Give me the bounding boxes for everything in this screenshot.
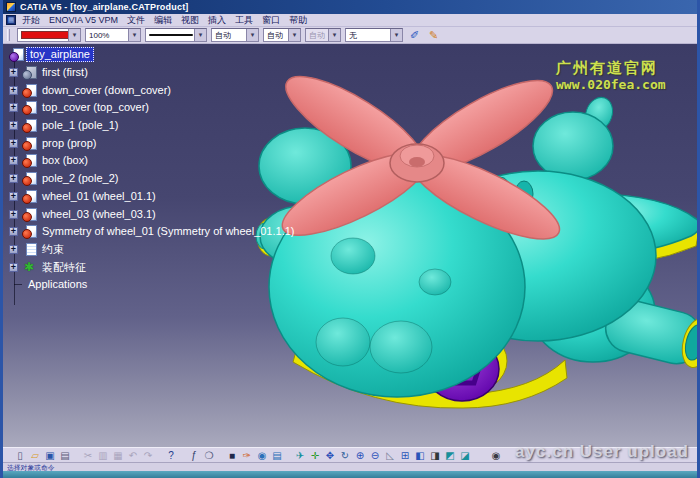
toolbar-separator bbox=[481, 449, 488, 462]
tree-item-wheel_03[interactable]: +wheel_03 (wheel_03.1) bbox=[5, 205, 265, 223]
chevron-down-icon[interactable]: ▾ bbox=[390, 29, 402, 41]
swap-workspace-icon[interactable]: ■ bbox=[225, 449, 239, 462]
fit-all-in-icon[interactable]: ✛ bbox=[308, 449, 322, 462]
model-bump-4 bbox=[419, 269, 451, 295]
expand-plus-icon[interactable]: + bbox=[9, 192, 18, 201]
tree-item-first[interactable]: +first (first) bbox=[5, 64, 265, 82]
menu-item-1[interactable]: ENOVIA V5 VPM bbox=[49, 15, 118, 25]
part-icon bbox=[22, 208, 36, 221]
line-type-combo[interactable]: ▾ bbox=[145, 28, 207, 42]
tree-item-pole_1[interactable]: +pole_1 (pole_1) bbox=[5, 117, 265, 135]
tree-item-top_cover[interactable]: +top_cover (top_cover) bbox=[5, 99, 265, 117]
chevron-down-icon[interactable]: ▾ bbox=[128, 29, 140, 41]
toolbar-separator bbox=[285, 449, 292, 462]
print-icon[interactable]: ▤ bbox=[58, 449, 72, 462]
menu-item-7[interactable]: 窗口 bbox=[262, 14, 280, 27]
tree-item-约束[interactable]: +约束 bbox=[5, 241, 265, 259]
publish-web-icon[interactable]: ◉ bbox=[255, 449, 269, 462]
swap-visible-space-icon[interactable]: ◩ bbox=[443, 449, 457, 462]
tree-item-label: 装配特征 bbox=[39, 261, 89, 274]
document-window-icon[interactable]: ▦ bbox=[6, 15, 16, 25]
title-bar[interactable]: CATIA V5 - [toy_airplane.CATProduct] bbox=[3, 0, 697, 14]
chevron-down-icon[interactable]: ▾ bbox=[68, 29, 80, 41]
tree-tick bbox=[14, 284, 22, 285]
toolbar-grip[interactable] bbox=[7, 29, 10, 41]
expand-plus-icon[interactable]: + bbox=[9, 68, 18, 77]
opacity-value: 100% bbox=[89, 31, 109, 40]
menu-item-2[interactable]: 文件 bbox=[127, 14, 145, 27]
zoom-in-icon[interactable]: ⊕ bbox=[353, 449, 367, 462]
model-tail-pod[interactable] bbox=[533, 112, 613, 180]
chevron-down-icon[interactable]: ▾ bbox=[194, 29, 206, 41]
tree-item-wheel_01[interactable]: +wheel_01 (wheel_01.1) bbox=[5, 188, 265, 206]
iso-view-icon[interactable]: ◧ bbox=[413, 449, 427, 462]
undo-icon: ↶ bbox=[126, 449, 140, 462]
window-bottom-edge bbox=[0, 471, 700, 478]
menu-item-3[interactable]: 编辑 bbox=[154, 14, 172, 27]
expand-plus-icon[interactable]: + bbox=[9, 263, 18, 272]
chevron-down-icon[interactable]: ▾ bbox=[288, 29, 300, 41]
tree-item-装配特征[interactable]: +✱装配特征 bbox=[5, 258, 265, 276]
part-icon bbox=[22, 84, 36, 97]
swap-visible-space-2-icon[interactable]: ◪ bbox=[458, 449, 472, 462]
layer-combo[interactable]: 无 ▾ bbox=[345, 28, 403, 42]
menu-item-8[interactable]: 帮助 bbox=[289, 14, 307, 27]
tree-item-box[interactable]: +box (box) bbox=[5, 152, 265, 170]
expand-plus-icon[interactable]: + bbox=[9, 103, 18, 112]
fill-color-combo[interactable]: ▾ bbox=[17, 28, 81, 42]
menu-item-4[interactable]: 视图 bbox=[181, 14, 199, 27]
normal-view-icon[interactable]: ◺ bbox=[383, 449, 397, 462]
expand-plus-icon[interactable]: + bbox=[9, 139, 18, 148]
line-weight-combo[interactable]: 自动 ▾ bbox=[211, 28, 259, 42]
link-manager-icon[interactable]: ✑ bbox=[240, 449, 254, 462]
expand-plus-icon[interactable]: + bbox=[9, 174, 18, 183]
catalog-browser-icon[interactable]: ▤ bbox=[270, 449, 284, 462]
menu-item-0[interactable]: 开始 bbox=[22, 14, 40, 27]
save-icon[interactable]: ▣ bbox=[43, 449, 57, 462]
tree-item-applications[interactable]: Applications bbox=[5, 276, 265, 294]
snapshot-camera-icon[interactable]: ◉ bbox=[489, 449, 503, 462]
menu-item-5[interactable]: 插入 bbox=[208, 14, 226, 27]
tree-item-label: Applications bbox=[25, 278, 90, 291]
tree-item-label: pole_1 (pole_1) bbox=[39, 119, 121, 132]
new-document-icon[interactable]: ▯ bbox=[13, 449, 27, 462]
fly-mode-icon[interactable]: ✈ bbox=[293, 449, 307, 462]
tree-item-toy_airplane[interactable]: toy_airplane bbox=[5, 46, 265, 64]
expand-plus-icon[interactable]: + bbox=[9, 227, 18, 236]
hide-show-icon[interactable]: ◨ bbox=[428, 449, 442, 462]
opacity-combo[interactable]: 100% ▾ bbox=[85, 28, 141, 42]
whats-this-help-icon[interactable]: ? bbox=[164, 449, 178, 462]
menu-item-6[interactable]: 工具 bbox=[235, 14, 253, 27]
multi-view-icon[interactable]: ⊞ bbox=[398, 449, 412, 462]
tree-item-symmetry[interactable]: +Symmetry of wheel_01 (Symmetry of wheel… bbox=[5, 223, 265, 241]
3d-viewport[interactable]: toy_airplane+first (first)+down_cover (d… bbox=[3, 44, 697, 447]
zoom-out-icon[interactable]: ⊖ bbox=[368, 449, 382, 462]
model-bump-2 bbox=[370, 321, 432, 373]
rotate-icon[interactable]: ↻ bbox=[338, 449, 352, 462]
point-symbol-combo[interactable]: 自动 ▾ bbox=[263, 28, 301, 42]
expand-plus-icon[interactable]: + bbox=[9, 121, 18, 130]
tree-item-down_cover[interactable]: +down_cover (down_cover) bbox=[5, 81, 265, 99]
tree-item-prop[interactable]: +prop (prop) bbox=[5, 134, 265, 152]
tree-item-label: wheel_03 (wheel_03.1) bbox=[39, 208, 159, 221]
pan-icon[interactable]: ✥ bbox=[323, 449, 337, 462]
open-folder-icon[interactable]: ▱ bbox=[28, 449, 42, 462]
expand-plus-icon[interactable]: + bbox=[9, 86, 18, 95]
chevron-down-icon[interactable]: ▾ bbox=[246, 29, 258, 41]
tree-item-label: prop (prop) bbox=[39, 137, 99, 150]
part-icon bbox=[22, 225, 36, 238]
expand-plus-icon[interactable]: + bbox=[9, 156, 18, 165]
expand-plus-icon[interactable]: + bbox=[9, 210, 18, 219]
part-icon bbox=[22, 172, 36, 185]
model-bump-3 bbox=[331, 238, 375, 274]
formula-fx-icon[interactable]: ƒ bbox=[187, 449, 201, 462]
tree-item-pole_2[interactable]: +pole_2 (pole_2) bbox=[5, 170, 265, 188]
fill-color-swatch bbox=[21, 31, 73, 39]
expand-plus-icon[interactable]: + bbox=[9, 245, 18, 254]
part-gray-icon bbox=[22, 66, 36, 79]
tree-item-label: Symmetry of wheel_01 (Symmetry of wheel_… bbox=[39, 225, 298, 238]
chat-bubble-icon[interactable]: ❍ bbox=[202, 449, 216, 462]
graphic-painter-icon[interactable]: ✐ bbox=[407, 28, 422, 43]
graphic-wizard-icon[interactable]: ✎ bbox=[426, 28, 441, 43]
part-icon bbox=[22, 154, 36, 167]
